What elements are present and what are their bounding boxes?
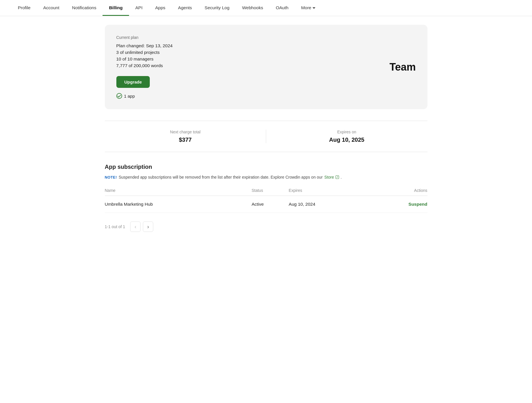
plan-managers: 10 of 10 managers — [116, 56, 173, 62]
suspend-button[interactable]: Suspend — [370, 196, 427, 213]
note-text: Suspended app subscriptions will be remo… — [119, 175, 323, 179]
cell-status: Active — [251, 196, 289, 213]
next-charge-block: Next charge total $377 — [105, 130, 266, 143]
charges-row: Next charge total $377 Expires on Aug 10… — [105, 121, 427, 152]
section-title: App subscription — [105, 164, 427, 170]
chevron-left-icon — [135, 224, 136, 230]
app-subscription-section: App subscription NOTE! Suspended app sub… — [105, 164, 427, 232]
note-suffix: . — [341, 175, 342, 179]
main-content: Current plan Plan changed: Sep 13, 2024 … — [93, 16, 439, 241]
tab-profile[interactable]: Profile — [12, 0, 37, 16]
tab-webhooks[interactable]: Webhooks — [236, 0, 270, 16]
external-link-icon — [336, 175, 339, 179]
col-header-name: Name — [105, 185, 252, 196]
tab-more[interactable]: More — [295, 0, 321, 16]
plan-details: Current plan Plan changed: Sep 13, 2024 … — [116, 35, 173, 99]
tab-api[interactable]: API — [129, 0, 149, 16]
subscription-table: Name Status Expires Actions Umbrella Mar… — [105, 185, 427, 213]
col-header-expires: Expires — [289, 185, 370, 196]
plan-changed: Plan changed: Sep 13, 2024 — [116, 43, 173, 48]
check-circle-icon — [116, 93, 122, 99]
next-charge-value: $377 — [105, 137, 266, 143]
table-row: Umbrella Marketing Hub Active Aug 10, 20… — [105, 196, 427, 213]
plan-label: Current plan — [116, 35, 173, 40]
store-link[interactable]: Store — [324, 175, 339, 179]
pagination-info: 1-1 out of 1 — [105, 224, 125, 229]
plan-name: Team — [389, 61, 416, 73]
col-header-status: Status — [251, 185, 289, 196]
plan-card: Current plan Plan changed: Sep 13, 2024 … — [105, 25, 427, 109]
col-header-actions: Actions — [370, 185, 427, 196]
app-count: 1 app — [116, 93, 173, 99]
tab-security-log[interactable]: Security Log — [198, 0, 236, 16]
nav-bar: Profile Account Notifications Billing AP… — [0, 0, 532, 16]
cell-name: Umbrella Marketing Hub — [105, 196, 252, 213]
tab-account[interactable]: Account — [37, 0, 66, 16]
tab-apps[interactable]: Apps — [149, 0, 172, 16]
chevron-down-icon — [313, 7, 315, 9]
tab-agents[interactable]: Agents — [172, 0, 198, 16]
note-bar: NOTE! Suspended app subscriptions will b… — [105, 175, 427, 179]
next-charge-label: Next charge total — [105, 130, 266, 134]
tab-oauth[interactable]: OAuth — [269, 0, 295, 16]
tab-notifications[interactable]: Notifications — [66, 0, 103, 16]
tab-billing[interactable]: Billing — [103, 0, 129, 16]
upgrade-button[interactable]: Upgrade — [116, 76, 150, 88]
expires-block: Expires on Aug 10, 2025 — [266, 130, 427, 143]
prev-page-button[interactable] — [130, 222, 141, 232]
plan-words: 7,777 of 200,000 words — [116, 63, 173, 68]
pagination: 1-1 out of 1 — [105, 222, 427, 232]
note-label: NOTE! — [105, 175, 117, 179]
expires-value: Aug 10, 2025 — [266, 137, 427, 143]
expires-label: Expires on — [266, 130, 427, 134]
cell-expires: Aug 10, 2024 — [289, 196, 370, 213]
chevron-right-icon — [147, 224, 149, 230]
plan-projects: 3 of unlimited projects — [116, 50, 173, 55]
next-page-button[interactable] — [143, 222, 153, 232]
